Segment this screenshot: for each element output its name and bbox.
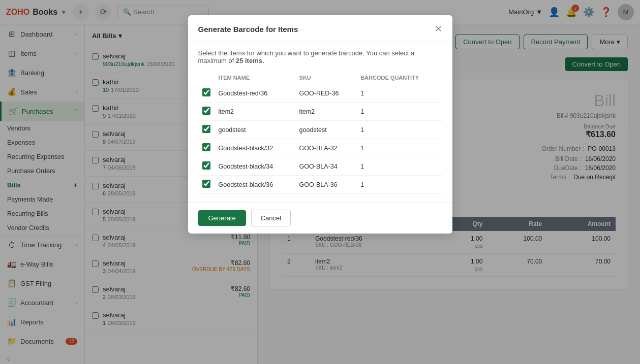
check-cell[interactable] [198, 157, 215, 176]
table-row: Goodstest-red/36 GOO-RED-36 1 [198, 84, 442, 103]
item-checkbox[interactable] [202, 143, 210, 151]
item-name-cell: item2 [215, 103, 295, 121]
modal-description: Select the items for which you want to g… [198, 49, 442, 64]
item-checkbox[interactable] [202, 180, 210, 188]
table-row: goodstest goodstest 1 [198, 121, 442, 139]
item-barcode-qty-cell: 1 [356, 121, 442, 139]
item-name-cell: goodstest [215, 121, 295, 139]
item-name-cell: Goodstest-black/32 [215, 139, 295, 157]
generate-button[interactable]: Generate [198, 210, 246, 226]
barcode-items-table: ITEM NAME SKU BARCODE QUANTITY Goodstest… [198, 72, 442, 194]
col-item-name-header: ITEM NAME [215, 72, 295, 84]
item-sku-cell: goodstest [295, 121, 357, 139]
modal-header: Generate Barcode for Items ✕ [188, 15, 452, 41]
item-barcode-qty-cell: 1 [356, 157, 442, 176]
item-barcode-qty-cell: 1 [356, 176, 442, 194]
item-sku-cell: GOO-BLA-32 [295, 139, 357, 157]
modal-footer: Generate Cancel [188, 202, 452, 234]
col-barcode-qty-header: BARCODE QUANTITY [356, 72, 442, 84]
table-row: item2 item2 1 [198, 103, 442, 121]
max-items-suffix: items. [245, 57, 264, 64]
item-checkbox[interactable] [202, 125, 210, 133]
item-sku-cell: GOO-RED-36 [295, 84, 357, 103]
check-cell[interactable] [198, 121, 215, 139]
item-barcode-qty-cell: 1 [356, 139, 442, 157]
col-check-header [198, 72, 215, 84]
generate-barcode-modal: Generate Barcode for Items ✕ Select the … [188, 15, 452, 234]
item-name-cell: Goodstest-black/36 [215, 176, 295, 194]
col-sku-header: SKU [295, 72, 357, 84]
table-row: Goodstest-black/34 GOO-BLA-34 1 [198, 157, 442, 176]
modal-body: Select the items for which you want to g… [188, 41, 452, 202]
modal-overlay[interactable]: Generate Barcode for Items ✕ Select the … [0, 0, 640, 364]
cancel-button[interactable]: Cancel [251, 210, 291, 226]
item-sku-cell: GOO-BLA-34 [295, 157, 357, 176]
item-sku-cell: item2 [295, 103, 357, 121]
item-checkbox[interactable] [202, 88, 210, 96]
item-name-cell: Goodstest-red/36 [215, 84, 295, 103]
item-barcode-qty-cell: 1 [356, 103, 442, 121]
item-checkbox[interactable] [202, 107, 210, 115]
max-items: 25 [236, 57, 243, 64]
check-cell[interactable] [198, 176, 215, 194]
item-name-cell: Goodstest-black/34 [215, 157, 295, 176]
item-sku-cell: GOO-BLA-36 [295, 176, 357, 194]
check-cell[interactable] [198, 103, 215, 121]
item-checkbox[interactable] [202, 161, 210, 170]
modal-close-button[interactable]: ✕ [435, 23, 442, 35]
check-cell[interactable] [198, 84, 215, 103]
check-cell[interactable] [198, 139, 215, 157]
table-row: Goodstest-black/32 GOO-BLA-32 1 [198, 139, 442, 157]
table-row: Goodstest-black/36 GOO-BLA-36 1 [198, 176, 442, 194]
item-barcode-qty-cell: 1 [356, 84, 442, 103]
modal-title: Generate Barcode for Items [198, 25, 298, 34]
